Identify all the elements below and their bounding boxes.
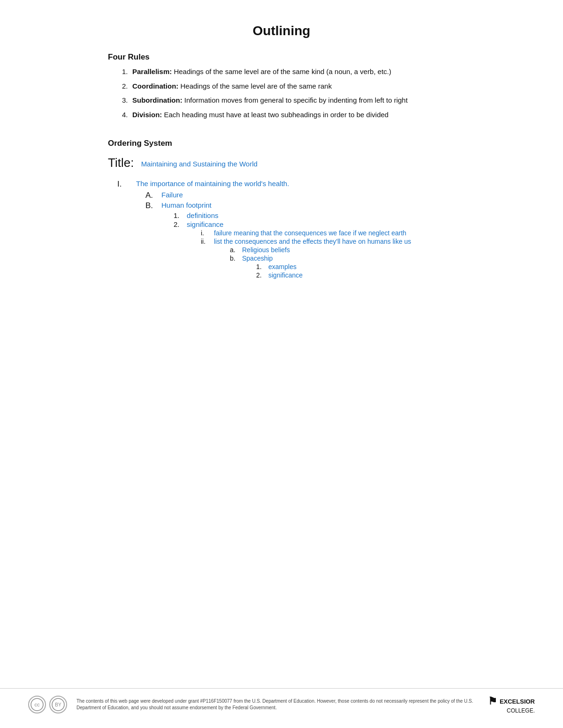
cc-icon: cc [28,696,46,713]
outline-level-alpha: B. Human footprint [145,201,455,210]
excelsior-name: ⚑ EXCELSIOR [488,695,535,707]
outline-tree: I. The importance of maintaining the wor… [117,180,455,279]
excelsior-logo: ⚑ EXCELSIOR COLLEGE. [488,695,535,714]
outline-level-alpha-lower: b. Spaceship [230,255,455,262]
list-item-text: Subordination: Information moves from ge… [132,95,408,106]
outline-level-alpha: A. Failure [145,191,455,200]
list-item-num: 2. [122,81,132,92]
outline-content: list the consequences and the effects th… [214,238,411,245]
page-title: Outlining [108,23,455,38]
cc-logo: cc BY [28,696,69,713]
title-value: Maintaining and Sustaining the World [141,160,258,168]
list-item-num: 3. [122,95,132,106]
outline-level-roman-lower: ii. list the consequences and the effect… [201,238,455,245]
list-item: 2. Coordination: Headings of the same le… [122,81,455,92]
list-item-term: Subordination: [132,96,183,104]
outline-content: Spaceship [242,255,273,262]
footer: cc BY The contents of this web page were… [0,688,563,714]
outline-level-num: 1. definitions [174,211,455,219]
list-item-text: Parallelism: Headings of the same level … [132,67,391,77]
outline-marker: b. [230,255,242,262]
outline-marker: a. [230,246,242,254]
outline-content: examples [268,263,297,270]
outline-content: Religious beliefs [242,246,290,254]
outline-level-num: 2. significance [174,220,455,228]
ordering-system-section: Ordering System Title: Maintaining and S… [108,139,455,279]
by-icon: BY [49,696,67,713]
outline-content: definitions [187,211,219,219]
four-rules-heading: Four Rules [108,53,455,62]
outline-content: significance [187,220,223,228]
list-item: 1. Parallelism: Headings of the same lev… [122,67,455,77]
outline-level-num-deep: 1. examples [256,263,455,270]
outline-marker: ii. [201,238,214,245]
outline-level-roman-lower: i. failure meaning that the consequences… [201,229,455,237]
outline-marker: I. [117,180,136,189]
ordering-system-heading: Ordering System [108,139,455,148]
excelsior-sub: COLLEGE. [507,707,535,714]
outline-marker: 2. [174,220,187,228]
outline-marker: B. [145,201,161,210]
outline-content: Failure [161,191,183,199]
title-line: Title: Maintaining and Sustaining the Wo… [108,156,455,170]
outline-marker: i. [201,229,214,237]
list-item: 4. Division: Each heading must have at l… [122,110,455,120]
list-item: 3. Subordination: Information moves from… [122,95,455,106]
footer-text: The contents of this web page were devel… [76,698,480,711]
list-item-text: Division: Each heading must have at leas… [132,110,388,120]
list-item-term: Parallelism: [132,68,172,75]
excelsior-icon: ⚑ [488,695,497,707]
outline-content: significance [268,271,303,279]
list-item-term: Coordination: [132,82,178,90]
four-rules-list: 1. Parallelism: Headings of the same lev… [108,67,455,120]
list-item-num: 4. [122,110,132,120]
outline-level-alpha-lower: a. Religious beliefs [230,246,455,254]
list-item-num: 1. [122,67,132,77]
outline-marker: 2. [256,271,268,279]
outline-content: failure meaning that the consequences we… [214,229,406,237]
outline-marker: 1. [174,211,187,219]
four-rules-section: Four Rules 1. Parallelism: Headings of t… [108,53,455,120]
outline-level-num-deep: 2. significance [256,271,455,279]
svg-text:cc: cc [35,702,40,707]
outline-content: Human footprint [161,201,212,209]
outline-content: The importance of maintaining the world'… [136,180,289,188]
list-item-text: Coordination: Headings of the same level… [132,81,332,92]
svg-text:BY: BY [55,702,61,707]
outline-level-roman: I. The importance of maintaining the wor… [117,180,455,189]
title-label: Title: [108,156,134,170]
outline-marker: A. [145,191,161,200]
list-item-term: Division: [132,111,162,119]
outline-marker: 1. [256,263,268,270]
